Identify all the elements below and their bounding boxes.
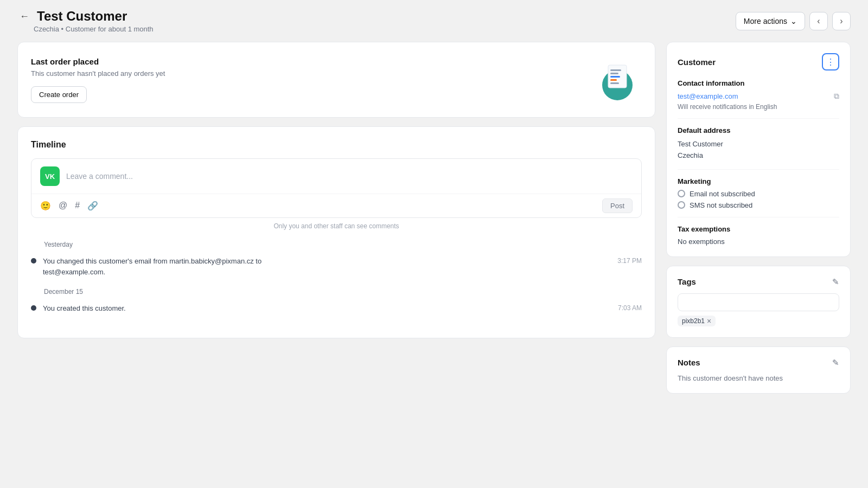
contact-notification: Will receive notifications in English [678, 103, 839, 111]
sms-subscription-status: SMS not subscribed [690, 201, 752, 209]
last-order-title: Last order placed [31, 57, 165, 66]
customer-card-title: Customer [678, 57, 716, 67]
comment-tools: 🙂 @ # 🔗 [40, 201, 98, 211]
timeline-date-group-yesterday: Yesterday You changed this customer's em… [31, 241, 642, 279]
timeline-content: You created this customer. 7:03 AM [43, 303, 642, 314]
header-left: ← Test Customer Czechia • Customer for a… [17, 9, 154, 33]
page-subtitle: Czechia • Customer for about 1 month [34, 25, 154, 33]
contact-email-link[interactable]: test@example.com [678, 92, 738, 100]
divider [678, 217, 839, 217]
notes-title: Notes [678, 358, 700, 367]
address-section-title: Default address [678, 126, 839, 134]
timeline-date-group-dec15: December 15 You created this customer. 7… [31, 288, 642, 316]
email-subscription-item: Email not subscribed [678, 190, 839, 198]
nav-prev-button[interactable]: ‹ [809, 12, 828, 30]
tags-card-header: Tags ✎ [678, 277, 839, 287]
marketing-section-title: Marketing [678, 177, 839, 185]
comment-toolbar: 🙂 @ # 🔗 Post [31, 194, 641, 217]
create-order-button[interactable]: Create order [31, 86, 87, 103]
contact-section-title: Contact information [678, 79, 839, 87]
last-order-description: This customer hasn't placed any orders y… [31, 69, 165, 78]
sidebar: Customer ⋮ Contact information test@exam… [666, 42, 851, 477]
timeline-dot [31, 258, 36, 264]
svg-rect-6 [610, 82, 619, 84]
timeline-dot [31, 305, 36, 311]
notes-edit-icon[interactable]: ✎ [832, 358, 839, 368]
comment-box: VK Leave a comment... 🙂 @ # 🔗 Post [31, 158, 642, 218]
title-row: ← Test Customer [17, 9, 154, 24]
notes-card-header: Notes ✎ [678, 358, 839, 368]
page-content: Last order placed This customer hasn't p… [0, 37, 868, 488]
email-row: test@example.com ⧉ [678, 92, 839, 101]
header-right: More actions ⌄ ‹ › [736, 12, 851, 30]
order-illustration [593, 55, 642, 104]
timeline-entries: Yesterday You changed this customer's em… [31, 241, 642, 316]
comment-input[interactable]: Leave a comment... [66, 172, 133, 181]
timeline-card: Timeline VK Leave a comment... 🙂 @ # 🔗 [17, 126, 655, 338]
customer-menu-button[interactable]: ⋮ [822, 53, 839, 70]
timeline-entry-time: 7:03 AM [618, 304, 642, 312]
staff-note: Only you and other staff can see comment… [31, 222, 642, 230]
table-row: You created this customer. 7:03 AM [31, 301, 642, 316]
svg-rect-4 [610, 76, 620, 78]
page-header: ← Test Customer Czechia • Customer for a… [0, 0, 868, 37]
post-button[interactable]: Post [602, 198, 633, 213]
svg-rect-3 [610, 73, 618, 74]
main-column: Last order placed This customer hasn't p… [17, 42, 655, 477]
chevron-down-icon: ⌄ [790, 17, 797, 25]
tags-edit-icon[interactable]: ✎ [832, 277, 839, 287]
customer-card-header: Customer ⋮ [678, 53, 839, 70]
nav-next-button[interactable]: › [832, 12, 851, 30]
timeline-content: You changed this customer's email from m… [43, 256, 642, 277]
timeline-title: Timeline [31, 140, 642, 150]
customer-card: Customer ⋮ Contact information test@exam… [666, 42, 851, 257]
hashtag-icon[interactable]: # [75, 201, 80, 211]
notes-card: Notes ✎ This customer doesn't have notes [666, 346, 851, 394]
tag-remove-button[interactable]: × [707, 317, 711, 325]
address-country: Czechia [678, 150, 839, 162]
email-radio-icon [678, 190, 685, 197]
tax-exemption-value: No exemptions [678, 237, 839, 246]
order-card-left: Last order placed This customer hasn't p… [31, 57, 165, 103]
tag-list: pixb2b1 × [678, 316, 839, 326]
tags-card: Tags ✎ pixb2b1 × [666, 266, 851, 338]
table-row: You changed this customer's email from m… [31, 254, 642, 279]
link-icon[interactable]: 🔗 [87, 201, 98, 211]
avatar: VK [40, 166, 60, 186]
timeline-date-label: Yesterday [44, 241, 642, 248]
emoji-icon[interactable]: 🙂 [40, 201, 51, 211]
notes-empty-text: This customer doesn't have notes [678, 374, 839, 382]
tags-title: Tags [678, 277, 696, 286]
tax-section-title: Tax exemptions [678, 225, 839, 233]
timeline-entry-time: 3:17 PM [617, 257, 642, 265]
tags-input[interactable] [678, 293, 839, 311]
copy-icon[interactable]: ⧉ [834, 92, 839, 101]
email-subscription-status: Email not subscribed [690, 190, 755, 198]
timeline-entry-text: You created this customer. [43, 303, 126, 314]
divider [678, 169, 839, 170]
divider [678, 118, 839, 119]
sms-subscription-item: SMS not subscribed [678, 201, 839, 209]
last-order-card: Last order placed This customer hasn't p… [17, 42, 655, 118]
comment-box-top: VK Leave a comment... [31, 159, 641, 194]
list-item: pixb2b1 × [678, 316, 716, 326]
tag-label: pixb2b1 [682, 317, 705, 325]
timeline-entry-text: You changed this customer's email from m… [43, 256, 303, 277]
svg-rect-5 [610, 79, 617, 81]
mention-icon[interactable]: @ [59, 201, 67, 211]
address-name: Test Customer [678, 139, 839, 150]
more-actions-label: More actions [744, 17, 787, 25]
svg-rect-2 [610, 69, 621, 71]
page-title: Test Customer [37, 9, 127, 24]
sms-radio-icon [678, 201, 685, 209]
more-actions-button[interactable]: More actions ⌄ [736, 12, 805, 30]
back-button[interactable]: ← [17, 10, 31, 23]
timeline-date-label: December 15 [44, 288, 642, 296]
